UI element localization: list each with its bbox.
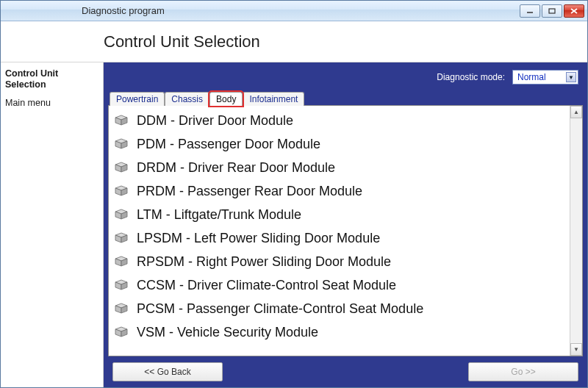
nav-button-row: << Go Back Go >> xyxy=(108,356,583,381)
close-button[interactable] xyxy=(564,4,584,18)
module-label: RPSDM - Right Power Sliding Door Module xyxy=(137,254,391,270)
module-chip-icon xyxy=(113,279,129,291)
module-chip-icon xyxy=(113,303,129,315)
tab-infotainment[interactable]: Infotainment xyxy=(243,92,304,106)
module-label: CCSM - Driver Climate-Control Seat Modul… xyxy=(137,278,396,293)
maximize-icon xyxy=(548,8,556,14)
module-label: LTM - Liftgate/Trunk Module xyxy=(137,207,301,223)
module-row[interactable]: VSM - Vehicle Security Module xyxy=(113,320,565,344)
go-back-button[interactable]: << Go Back xyxy=(112,362,223,381)
tab-strip: Powertrain Chassis Body Infotainment xyxy=(108,89,583,105)
module-label: VSM - Vehicle Security Module xyxy=(137,325,318,340)
close-icon xyxy=(570,8,578,14)
diagnostic-mode-value: Normal xyxy=(517,72,546,82)
tab-chassis[interactable]: Chassis xyxy=(165,92,209,106)
page-title: Control Unit Selection xyxy=(104,32,260,51)
go-button[interactable]: Go >> xyxy=(468,362,578,381)
module-row[interactable]: RPSDM - Right Power Sliding Door Module xyxy=(113,250,565,273)
module-chip-icon xyxy=(113,232,129,244)
chevron-down-icon: ▼ xyxy=(566,72,576,82)
module-row[interactable]: LTM - Liftgate/Trunk Module xyxy=(113,203,565,226)
module-row[interactable]: PDM - Passenger Door Module xyxy=(113,132,565,156)
module-label: DDM - Driver Door Module xyxy=(137,113,293,129)
module-row[interactable]: LPSDM - Left Power Sliding Door Module xyxy=(113,226,565,250)
module-label: PDM - Passenger Door Module xyxy=(137,137,320,152)
tab-body[interactable]: Body xyxy=(209,92,243,106)
module-row[interactable]: PCSM - Passenger Climate-Control Seat Mo… xyxy=(113,297,565,320)
app-window: Diagnostic program Control Unit Selectio… xyxy=(0,0,588,388)
module-list[interactable]: DDM - Driver Door ModulePDM - Passenger … xyxy=(109,106,570,356)
module-label: PRDM - Passenger Rear Door Module xyxy=(137,184,362,199)
scroll-up-button[interactable]: ▲ xyxy=(570,106,582,118)
tab-powertrain[interactable]: Powertrain xyxy=(110,92,165,106)
window-buttons xyxy=(520,4,584,18)
module-label: LPSDM - Left Power Sliding Door Module xyxy=(137,231,380,246)
diagnostic-mode-label: Diagnostic mode: xyxy=(437,72,505,82)
scroll-down-button[interactable]: ▼ xyxy=(570,343,582,356)
minimize-icon xyxy=(526,8,534,14)
module-chip-icon xyxy=(113,185,129,197)
module-chip-icon xyxy=(113,326,129,338)
main-panel: Diagnostic mode: Normal ▼ Powertrain Cha… xyxy=(104,62,587,387)
module-chip-icon xyxy=(113,162,129,173)
svg-rect-1 xyxy=(549,9,555,13)
module-row[interactable]: PRDM - Passenger Rear Door Module xyxy=(113,179,565,203)
maximize-button[interactable] xyxy=(542,4,562,18)
module-label: PCSM - Passenger Climate-Control Seat Mo… xyxy=(137,301,423,317)
module-frame: Powertrain Chassis Body Infotainment DDM… xyxy=(108,89,583,356)
module-chip-icon xyxy=(113,138,129,150)
sidebar: Control Unit Selection Main menu xyxy=(1,62,104,387)
module-row[interactable]: CCSM - Driver Climate-Control Seat Modul… xyxy=(113,273,565,297)
sidebar-item-main-menu[interactable]: Main menu xyxy=(5,98,98,109)
sidebar-item-control-unit[interactable]: Control Unit Selection xyxy=(5,68,98,90)
diagnostic-mode-row: Diagnostic mode: Normal ▼ xyxy=(108,67,583,89)
module-chip-icon xyxy=(113,209,129,220)
scroll-track[interactable] xyxy=(570,118,582,343)
diagnostic-mode-select[interactable]: Normal ▼ xyxy=(512,70,578,85)
module-chip-icon xyxy=(113,256,129,267)
header: Control Unit Selection xyxy=(1,21,587,62)
module-chip-icon xyxy=(113,115,129,126)
window-title: Diagnostic program xyxy=(82,5,165,16)
module-list-area: DDM - Driver Door ModulePDM - Passenger … xyxy=(108,105,583,356)
minimize-button[interactable] xyxy=(520,4,540,18)
titlebar: Diagnostic program xyxy=(1,1,587,21)
module-label: DRDM - Driver Rear Door Module xyxy=(137,160,335,176)
module-row[interactable]: DDM - Driver Door Module xyxy=(113,109,565,132)
scrollbar[interactable]: ▲ ▼ xyxy=(570,106,582,356)
module-row[interactable]: DRDM - Driver Rear Door Module xyxy=(113,156,565,179)
body: Control Unit Selection Main menu Diagnos… xyxy=(1,62,587,387)
